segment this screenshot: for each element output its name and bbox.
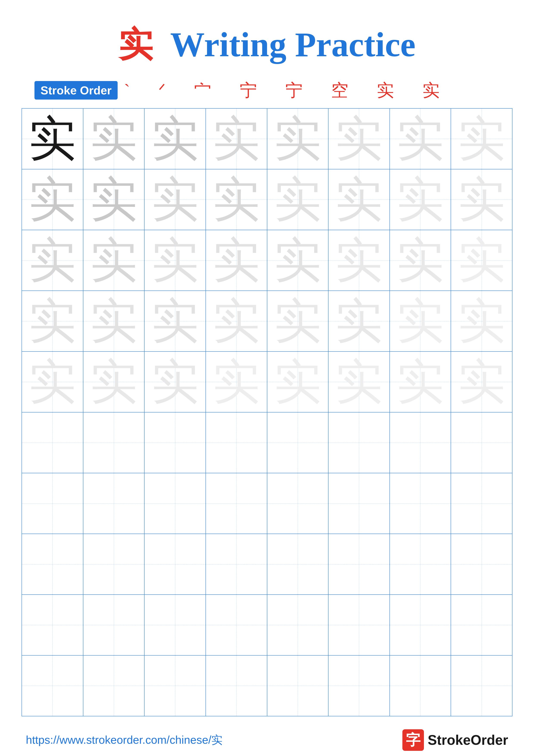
grid-cell[interactable] [390, 656, 451, 716]
grid-cell[interactable] [390, 595, 451, 655]
practice-char: 实 [213, 358, 260, 406]
grid-cell[interactable]: 实 [267, 109, 329, 169]
grid-cell[interactable] [390, 473, 451, 534]
grid-cell[interactable] [206, 534, 267, 594]
practice-char: 实 [274, 297, 321, 345]
grid-cell[interactable] [328, 413, 390, 473]
grid-cell[interactable]: 实 [206, 230, 267, 290]
title-english: Writing Practice [170, 25, 416, 64]
grid-cell[interactable] [451, 534, 512, 594]
grid-cell[interactable]: 实 [83, 352, 145, 412]
grid-cell[interactable] [328, 534, 390, 594]
grid-cell[interactable] [22, 656, 83, 716]
grid-cell[interactable]: 实 [22, 109, 83, 169]
grid-cell[interactable]: 实 [328, 352, 390, 412]
grid-cell[interactable] [390, 534, 451, 594]
grid-cell[interactable]: 实 [144, 291, 206, 351]
grid-cell[interactable]: 实 [390, 291, 451, 351]
grid-cell[interactable] [83, 413, 145, 473]
grid-cell[interactable]: 实 [451, 291, 512, 351]
grid-cell[interactable]: 实 [328, 169, 390, 230]
grid-row: 实 实 实 实 实 实 实 实 [22, 169, 512, 230]
grid-cell[interactable]: 实 [267, 169, 329, 230]
practice-char: 实 [29, 297, 76, 345]
grid-cell[interactable] [22, 534, 83, 594]
grid-cell[interactable]: 实 [267, 291, 329, 351]
practice-char: 实 [335, 115, 383, 162]
grid-cell[interactable]: 实 [206, 352, 267, 412]
grid-cell[interactable] [144, 473, 206, 534]
grid-cell[interactable]: 实 [267, 230, 329, 290]
grid-cell[interactable]: 实 [206, 169, 267, 230]
grid-cell[interactable] [144, 534, 206, 594]
grid-cell[interactable]: 实 [22, 230, 83, 290]
grid-cell[interactable]: 实 [83, 230, 145, 290]
grid-cell[interactable] [328, 595, 390, 655]
grid-cell[interactable] [451, 656, 512, 716]
grid-cell[interactable]: 实 [328, 109, 390, 169]
grid-cell[interactable]: 实 [390, 109, 451, 169]
practice-char: 实 [396, 115, 444, 162]
grid-cell[interactable] [83, 656, 145, 716]
grid-cell[interactable]: 实 [22, 169, 83, 230]
grid-cell[interactable]: 实 [83, 109, 145, 169]
grid-cell[interactable] [267, 413, 329, 473]
grid-cell[interactable] [22, 473, 83, 534]
grid-cell[interactable] [206, 473, 267, 534]
practice-char: 实 [151, 176, 199, 223]
grid-cell[interactable]: 实 [451, 352, 512, 412]
grid-row-empty [22, 534, 512, 595]
grid-cell[interactable] [144, 413, 206, 473]
practice-char: 实 [335, 237, 383, 284]
practice-char: 实 [458, 176, 505, 223]
grid-cell[interactable] [451, 473, 512, 534]
grid-cell[interactable]: 实 [328, 230, 390, 290]
grid-cell[interactable] [206, 595, 267, 655]
grid-cell[interactable] [83, 595, 145, 655]
grid-cell[interactable] [328, 473, 390, 534]
grid-cell[interactable]: 实 [22, 352, 83, 412]
grid-cell[interactable]: 实 [390, 169, 451, 230]
practice-char: 实 [396, 297, 444, 345]
grid-cell[interactable] [267, 656, 329, 716]
grid-cell[interactable]: 实 [451, 230, 512, 290]
grid-cell[interactable] [328, 656, 390, 716]
grid-cell[interactable]: 实 [144, 352, 206, 412]
grid-cell[interactable] [267, 595, 329, 655]
grid-cell[interactable]: 实 [22, 291, 83, 351]
grid-row-empty [22, 413, 512, 473]
grid-cell[interactable]: 实 [451, 169, 512, 230]
grid-cell[interactable] [451, 413, 512, 473]
grid-cell[interactable] [22, 595, 83, 655]
grid-row: 实 实 实 实 实 实 实 实 [22, 352, 512, 413]
practice-char: 实 [458, 297, 505, 345]
grid-cell[interactable]: 实 [328, 291, 390, 351]
grid-cell[interactable] [83, 534, 145, 594]
practice-char: 实 [151, 237, 199, 284]
practice-char: 实 [29, 237, 76, 284]
grid-cell[interactable]: 实 [206, 109, 267, 169]
grid-cell[interactable]: 实 [144, 169, 206, 230]
grid-cell[interactable] [451, 595, 512, 655]
grid-cell[interactable] [22, 413, 83, 473]
grid-cell[interactable]: 实 [144, 230, 206, 290]
grid-cell[interactable]: 实 [83, 291, 145, 351]
grid-cell[interactable]: 实 [144, 109, 206, 169]
grid-cell[interactable] [144, 595, 206, 655]
grid-cell[interactable]: 实 [390, 230, 451, 290]
grid-row-empty [22, 595, 512, 656]
grid-cell[interactable]: 实 [83, 169, 145, 230]
practice-char: 实 [90, 176, 138, 223]
grid-cell[interactable]: 实 [206, 291, 267, 351]
grid-cell[interactable]: 实 [267, 352, 329, 412]
grid-cell[interactable]: 实 [451, 109, 512, 169]
grid-cell[interactable] [206, 413, 267, 473]
grid-cell[interactable] [83, 473, 145, 534]
grid-cell[interactable] [267, 534, 329, 594]
grid-cell[interactable] [390, 413, 451, 473]
grid-cell[interactable] [144, 656, 206, 716]
footer: https://www.strokeorder.com/chinese/实 字 … [21, 729, 513, 751]
grid-cell[interactable] [206, 656, 267, 716]
grid-cell[interactable] [267, 473, 329, 534]
grid-cell[interactable]: 实 [390, 352, 451, 412]
